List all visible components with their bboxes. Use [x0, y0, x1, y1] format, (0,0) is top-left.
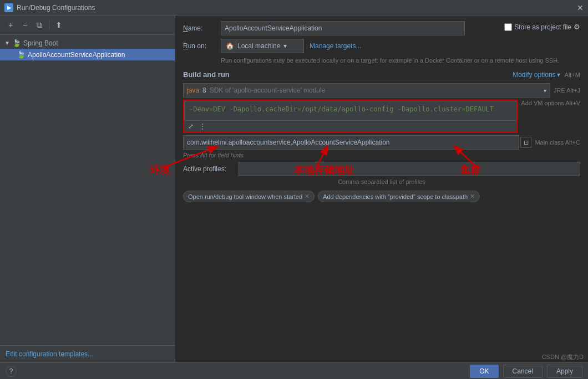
app-tree-item[interactable]: 🍃 ApolloAccountServiceApplication: [0, 49, 175, 60]
tag-close-1-button[interactable]: ✕: [305, 193, 310, 200]
run-on-row: Run on: 🏠 Local machine ▾ Manage targets…: [183, 39, 580, 53]
profiles-hint: Comma separated list of profiles: [183, 178, 580, 185]
title-bar-left: ▶ Run/Debug Configurations: [4, 3, 95, 12]
ok-button[interactable]: OK: [470, 365, 498, 378]
dropdown-arrow-icon: ▾: [283, 42, 287, 50]
expand-vm-options-button[interactable]: ⤢: [186, 122, 195, 131]
main-class-row: com.wilihelmi.apolloaccountservice.Apoll…: [183, 135, 580, 150]
more-vm-options-button[interactable]: ⋮: [197, 122, 207, 131]
cancel-button[interactable]: Cancel: [503, 365, 543, 378]
sdk-dropdown-arrow-icon: ▾: [544, 88, 546, 94]
vm-options-hint: Add VM options Alt+V: [521, 100, 580, 106]
profiles-row: Active profiles:: [183, 162, 580, 176]
tag-close-2-button[interactable]: ✕: [470, 193, 475, 200]
name-label: Name:: [183, 24, 216, 32]
spring-boot-icon: 🍃: [12, 39, 21, 47]
info-text: Run configurations may be executed local…: [221, 57, 580, 65]
main-class-hint: Main class Alt+C: [535, 139, 580, 146]
tag-label-1: Open run/debug tool window when started: [188, 193, 302, 200]
run-on-label: Run on:: [183, 42, 216, 50]
chevron-down-icon: ▼: [4, 40, 10, 46]
active-profiles-label: Active profiles:: [183, 165, 239, 173]
remove-button[interactable]: −: [19, 19, 31, 31]
alt-hint: Press Alt for field hints: [183, 152, 580, 158]
close-icon[interactable]: ✕: [577, 3, 584, 12]
modify-options-label: Modify options: [513, 71, 555, 79]
jre-hint: JRE Alt+J: [554, 87, 580, 94]
spring-boot-group: ▼ 🍃 Spring Boot 🍃 ApolloAccountServiceAp…: [0, 37, 175, 60]
build-run-header: Build and run Modify options ▾ Alt+M: [183, 70, 580, 79]
app-item-label: ApolloAccountServiceApplication: [28, 51, 125, 59]
spring-boot-label: Spring Boot: [23, 39, 58, 47]
app-icon-small: 🍃: [17, 50, 26, 59]
left-bottom: Edit configuration templates...: [0, 345, 175, 362]
run-on-value: Local machine: [237, 42, 280, 50]
left-toolbar: + − ⧉ ⬆: [0, 16, 175, 35]
vm-actions: ⤢ ⋮: [184, 121, 516, 132]
vm-options-field[interactable]: -Denv=DEV -Dapollo.cacheDir=/opt/data/ap…: [184, 101, 516, 121]
chevron-icon: ▾: [557, 71, 560, 79]
store-section: Store as project file ⚙: [504, 21, 580, 31]
sdk-version: 8: [202, 86, 206, 94]
sdk-text: java 8 SDK of 'apollo-account-service' m…: [187, 86, 325, 94]
store-as-project-checkbox[interactable]: [504, 23, 512, 31]
modify-shortcut: Alt+M: [565, 71, 580, 78]
vm-options-box: -Denv=DEV -Dapollo.cacheDir=/opt/data/ap…: [183, 100, 518, 133]
toolbar-separator: [49, 21, 49, 29]
move-up-button[interactable]: ⬆: [53, 19, 65, 31]
manage-targets-link[interactable]: Manage targets...: [310, 42, 361, 50]
gear-icon[interactable]: ⚙: [574, 23, 580, 31]
active-profiles-input[interactable]: [239, 162, 580, 176]
dialog-body: + − ⧉ ⬆ ▼ 🍃 Spring Boot 🍃 ApolloAccountS…: [0, 16, 588, 362]
tags-row: Open run/debug tool window when started …: [183, 191, 580, 202]
name-section: Name:: [183, 21, 493, 35]
main-class-value: com.wilihelmi.apolloaccountservice.Apoll…: [187, 139, 390, 146]
bottom-bar: ? OK Cancel Apply: [0, 362, 588, 379]
sdk-field[interactable]: java 8 SDK of 'apollo-account-service' m…: [183, 83, 550, 98]
left-panel: + − ⧉ ⬆ ▼ 🍃 Spring Boot 🍃 ApolloAccountS…: [0, 16, 175, 362]
apply-button[interactable]: Apply: [547, 365, 582, 378]
modify-options-link[interactable]: Modify options ▾: [513, 71, 560, 79]
watermark: CSDN @魔力D: [542, 353, 584, 361]
tag-open-window: Open run/debug tool window when started …: [183, 191, 315, 202]
main-class-browse-button[interactable]: ⊡: [520, 137, 531, 148]
tag-dependencies: Add dependencies with "provided" scope t…: [318, 191, 480, 202]
store-label: Store as project file: [514, 23, 571, 31]
tree-area: ▼ 🍃 Spring Boot 🍃 ApolloAccountServiceAp…: [0, 35, 175, 345]
run-on-dropdown[interactable]: 🏠 Local machine ▾: [221, 39, 304, 53]
sdk-row: java 8 SDK of 'apollo-account-service' m…: [183, 83, 580, 98]
app-icon: ▶: [4, 3, 13, 12]
home-icon: 🏠: [226, 42, 234, 50]
main-class-field[interactable]: com.wilihelmi.apolloaccountservice.Apoll…: [183, 135, 519, 150]
add-button[interactable]: +: [4, 19, 17, 31]
edit-config-link[interactable]: Edit configuration templates...: [6, 350, 93, 358]
title-bar: ▶ Run/Debug Configurations ✕: [0, 0, 588, 16]
top-section: Name: Store as project file ⚙: [183, 21, 580, 35]
window-title: Run/Debug Configurations: [17, 4, 95, 12]
vm-options-row: -Denv=DEV -Dapollo.cacheDir=/opt/data/ap…: [183, 100, 580, 133]
bottom-buttons: OK Cancel Apply: [470, 365, 582, 378]
tag-label-2: Add dependencies with "provided" scope t…: [323, 193, 468, 200]
help-icon[interactable]: ?: [6, 366, 17, 377]
sdk-keyword: java: [187, 86, 199, 94]
spring-boot-header[interactable]: ▼ 🍃 Spring Boot: [0, 37, 175, 49]
right-panel: Name: Store as project file ⚙ Run on: 🏠 …: [175, 16, 588, 362]
name-input[interactable]: [221, 21, 465, 35]
sdk-description: SDK of 'apollo-account-service' module: [210, 86, 326, 94]
copy-button[interactable]: ⧉: [33, 19, 45, 31]
section-title: Build and run: [183, 70, 230, 79]
